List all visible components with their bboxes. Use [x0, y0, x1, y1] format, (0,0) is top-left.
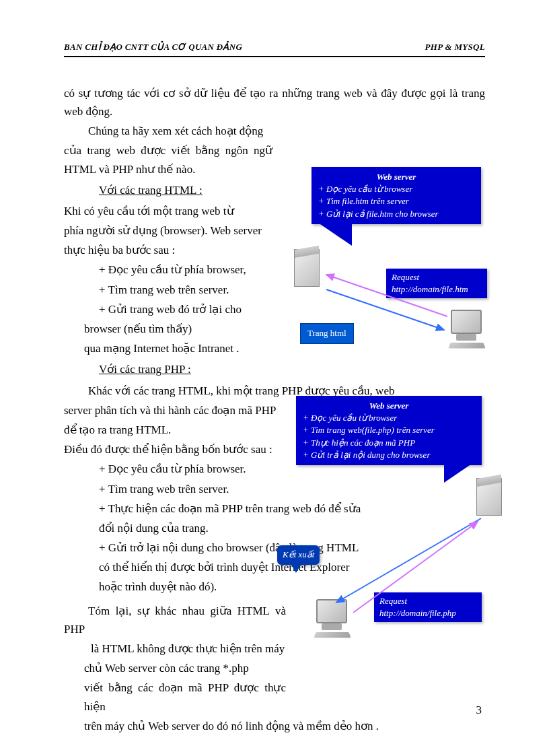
paragraph: chủ Web server còn các trang *.php	[64, 659, 286, 677]
paragraph: viết bằng các đoạn mã PHP được thực hiện	[64, 679, 286, 715]
paragraph: Điều đó được thể hiện bằng bốn bước sau …	[64, 440, 286, 458]
paragraph: server phân tích và thi hành các đoạn mã…	[64, 401, 286, 419]
ketxuat-callout: Kết xuất	[277, 545, 320, 565]
paragraph: phía người sử dụng (browser). Web server	[64, 221, 272, 240]
callout-line: + Tìm trang web(file.php) trên server	[303, 424, 475, 436]
paragraph: có sự tương tác với cơ sở dữ liệu để tạo…	[64, 84, 485, 121]
bullet-cont: đổi nội dung của trang.	[64, 519, 485, 537]
paragraph: trên máy chủ Web server do đó nó linh độ…	[64, 717, 485, 735]
callout-line: Kết xuất	[283, 549, 314, 559]
server-icon	[476, 478, 502, 516]
callout-line: + Tìm file.htm trên server	[318, 195, 474, 207]
callout-title: Web server	[303, 400, 475, 412]
callout-line: + Thực hiện các đoạn mã PHP	[303, 437, 475, 449]
request-callout-1: Request http://domain/file.htm	[386, 269, 487, 298]
webserver-callout-2: Web server + Đọc yêu cầu từ browser + Tì…	[296, 396, 482, 465]
header-right: PHP & MYSQL	[425, 40, 485, 55]
callout-line: + Gửi trả lại nội dung cho browser	[303, 449, 475, 461]
callout-title: Web server	[318, 171, 474, 183]
bullet-cont: có thể hiển thị được bởi trình duyệt Int…	[64, 558, 485, 576]
bullet-cont: browser (nếu tìm thấy)	[64, 320, 485, 338]
paragraph: là HTML không được thực hiện trên máy	[64, 640, 286, 658]
paragraph: Chúng ta hãy xem xét cách hoạt động	[64, 122, 272, 140]
callout-line: http://domain/file.htm	[392, 283, 482, 296]
paragraph: Tóm lại, sự khác nhau giữa HTML và PHP	[64, 602, 286, 638]
page-number: 3	[476, 701, 482, 719]
header-left: BAN CHỈ ĐẠO CNTT CỦA CƠ QUAN ĐẢNG	[64, 40, 242, 55]
computer-icon	[316, 599, 347, 623]
bullet: + Thực hiện các đoạn mã PHP trên trang w…	[64, 500, 485, 518]
callout-line: Request	[392, 271, 482, 283]
paragraph: Khi có yêu cầu tới một trang web từ	[64, 202, 272, 220]
bullet: + Tìm trang web trên server.	[64, 480, 485, 498]
bullet-cont: qua mạng Internet hoặc Intranet .	[64, 339, 485, 357]
page-header: BAN CHỈ ĐẠO CNTT CỦA CƠ QUAN ĐẢNG PHP & …	[64, 40, 485, 57]
paragraph: để tạo ra trang HTML.	[64, 421, 286, 439]
request-callout-2: Request http://domain/file.php	[374, 592, 482, 622]
computer-icon	[451, 310, 482, 334]
section-title-php: Với các trang PHP :	[99, 360, 485, 378]
callout-line: http://domain/file.php	[379, 607, 476, 619]
bullet: + Gửi trang web đó trở lại cho	[64, 300, 485, 318]
callout-line: + Đọc yêu cầu từ browser	[318, 183, 474, 195]
callout-line: Request	[379, 595, 476, 607]
label-text: Trang html	[307, 328, 346, 338]
callout-line: + Gửi lại cả file.htm cho browser	[318, 208, 474, 220]
paragraph: của trang web được viết bằng ngôn ngữ HT…	[64, 141, 272, 178]
paragraph: thực hiệu ba bước sau :	[64, 241, 272, 259]
tranghtml-label: Trang html	[300, 323, 354, 344]
bullet: + Gửi trở lại nội dung cho browser (đây …	[64, 539, 485, 557]
webserver-callout-1: Web server + Đọc yêu cầu từ browser + Tì…	[312, 167, 481, 224]
callout-line: + Đọc yêu cầu từ browser	[303, 412, 475, 424]
server-icon	[294, 249, 320, 287]
